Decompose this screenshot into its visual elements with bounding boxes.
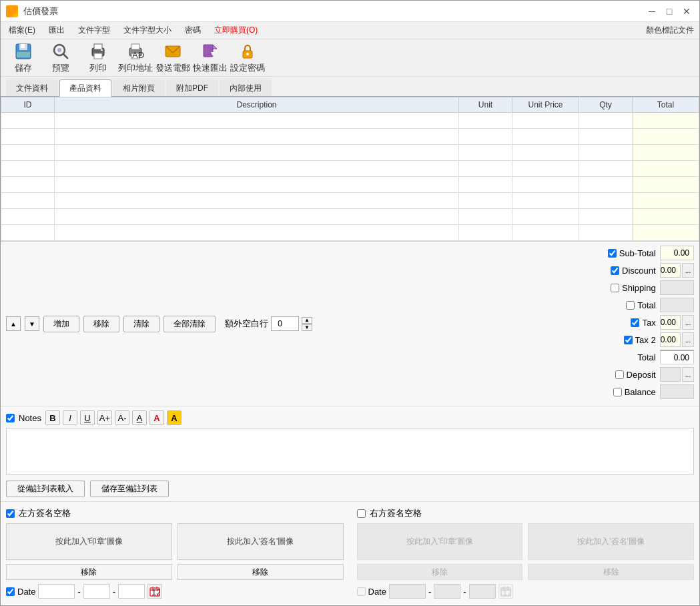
table-row[interactable]: [55, 145, 459, 161]
table-row[interactable]: [579, 113, 633, 129]
left-date-field2[interactable]: [83, 584, 110, 599]
export-button[interactable]: 快速匯出: [193, 42, 228, 74]
cell-input[interactable]: [57, 148, 456, 158]
cell-input[interactable]: [462, 196, 509, 206]
cell-input[interactable]: [582, 132, 629, 141]
table-row[interactable]: [579, 177, 633, 193]
table-row[interactable]: [1, 225, 55, 241]
summary-cb-total[interactable]: [626, 301, 635, 310]
summary-more-discount[interactable]: ...: [682, 263, 694, 278]
print-button[interactable]: 列印: [81, 42, 115, 74]
size-reset-button[interactable]: A: [132, 410, 147, 425]
cell-input[interactable]: [4, 228, 51, 238]
table-row[interactable]: [512, 113, 579, 129]
cell-input[interactable]: [57, 132, 456, 141]
notes-checkbox[interactable]: [6, 414, 15, 422]
table-row[interactable]: [55, 225, 459, 241]
right-sig-checkbox[interactable]: [357, 509, 366, 518]
cell-input[interactable]: [635, 132, 696, 141]
cell-input[interactable]: [4, 164, 51, 174]
table-row[interactable]: [633, 113, 699, 129]
left-date-field3[interactable]: [118, 584, 145, 599]
preview-button[interactable]: 預覽: [43, 42, 78, 74]
cell-input[interactable]: [515, 196, 576, 206]
table-row[interactable]: [633, 145, 699, 161]
cell-input[interactable]: [635, 116, 696, 125]
table-row[interactable]: [579, 145, 633, 161]
cell-input[interactable]: [57, 180, 456, 190]
menu-font-size[interactable]: 文件字型大小: [121, 23, 174, 37]
close-button[interactable]: ✕: [679, 4, 694, 19]
table-row[interactable]: [459, 177, 512, 193]
size-up-button[interactable]: A+: [97, 410, 112, 425]
cell-input[interactable]: [582, 196, 629, 206]
left-remove1-button[interactable]: 移除: [6, 564, 172, 580]
summary-cb-deposit[interactable]: [615, 370, 624, 379]
table-row[interactable]: [512, 209, 579, 225]
table-row[interactable]: [1, 161, 55, 177]
table-row[interactable]: [459, 161, 512, 177]
table-row[interactable]: [633, 177, 699, 193]
load-notes-button[interactable]: 從備註列表載入: [6, 481, 85, 497]
table-row[interactable]: [459, 145, 512, 161]
cell-input[interactable]: [462, 164, 509, 174]
cell-input[interactable]: [57, 196, 456, 206]
summary-more-tax2[interactable]: ...: [682, 332, 694, 347]
table-row[interactable]: [1, 113, 55, 129]
table-row[interactable]: [55, 177, 459, 193]
cell-input[interactable]: [4, 180, 51, 190]
cell-input[interactable]: [635, 212, 696, 222]
cell-input[interactable]: [462, 148, 509, 158]
cell-input[interactable]: [582, 228, 629, 238]
left-date-field1[interactable]: [38, 584, 75, 599]
cell-input[interactable]: [4, 148, 51, 158]
summary-cb-shipping[interactable]: [611, 284, 619, 292]
size-down-button[interactable]: A-: [115, 410, 129, 425]
table-row[interactable]: [1, 209, 55, 225]
tab-product[interactable]: 產品資料: [59, 79, 111, 97]
cell-input[interactable]: [57, 212, 456, 222]
table-row[interactable]: [633, 129, 699, 145]
menu-font[interactable]: 文件字型: [75, 23, 113, 37]
cell-input[interactable]: [4, 196, 51, 206]
cell-input[interactable]: [582, 116, 629, 125]
summary-cb-discount[interactable]: [611, 266, 619, 275]
cell-input[interactable]: [4, 132, 51, 141]
cell-input[interactable]: [582, 148, 629, 158]
cell-input[interactable]: [4, 116, 51, 125]
table-row[interactable]: [459, 113, 512, 129]
menu-file[interactable]: 檔案(E): [6, 23, 38, 37]
table-row[interactable]: [55, 193, 459, 209]
cell-input[interactable]: [462, 132, 509, 141]
summary-cb-tax[interactable]: [631, 318, 639, 327]
table-row[interactable]: [512, 177, 579, 193]
left-remove2-button[interactable]: 移除: [178, 564, 344, 580]
table-row[interactable]: [459, 193, 512, 209]
cell-input[interactable]: [57, 116, 456, 125]
cell-input[interactable]: [462, 228, 509, 238]
cell-input[interactable]: [582, 164, 629, 174]
table-row[interactable]: [1, 129, 55, 145]
cell-input[interactable]: [515, 212, 576, 222]
cell-input[interactable]: [635, 164, 696, 174]
clear-all-button[interactable]: 全部清除: [163, 316, 216, 332]
table-row[interactable]: [633, 225, 699, 241]
table-row[interactable]: [512, 145, 579, 161]
underline-button[interactable]: U: [80, 410, 95, 425]
table-row[interactable]: [579, 209, 633, 225]
cell-input[interactable]: [515, 132, 576, 141]
table-row[interactable]: [55, 161, 459, 177]
table-row[interactable]: [459, 129, 512, 145]
cell-input[interactable]: [57, 164, 456, 174]
remove-row-button[interactable]: 移除: [83, 316, 119, 332]
cell-input[interactable]: [515, 116, 576, 125]
table-row[interactable]: [512, 129, 579, 145]
cell-input[interactable]: [4, 212, 51, 222]
cell-input[interactable]: [57, 228, 456, 238]
cell-input[interactable]: [635, 180, 696, 190]
table-row[interactable]: [55, 113, 459, 129]
bold-button[interactable]: B: [45, 410, 60, 425]
summary-more-deposit[interactable]: ...: [682, 367, 694, 382]
table-row[interactable]: [512, 161, 579, 177]
cell-input[interactable]: [582, 212, 629, 222]
